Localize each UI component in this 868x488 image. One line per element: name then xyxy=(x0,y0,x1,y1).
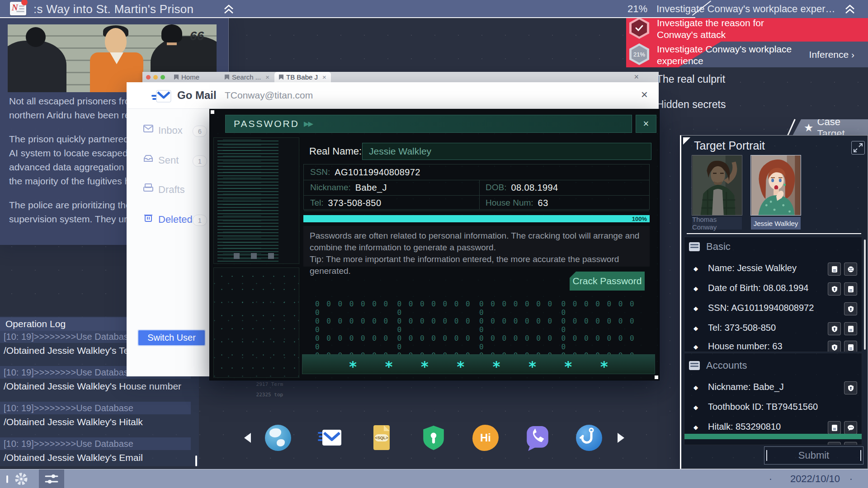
real-name-label: Real Name: xyxy=(309,145,362,157)
browser-zoom-light[interactable] xyxy=(160,75,165,80)
password-title-bar[interactable]: PASSWORD ▶▶ xyxy=(225,115,632,133)
task-locked-row: The real culprit xyxy=(656,73,725,85)
password-candidates-grid: 0 0 0 0 0 0 0 00 0 0 0 0 0 0 00 0 0 0 0 … xyxy=(303,297,655,349)
document-icon[interactable] xyxy=(844,282,857,296)
panel-corner-mark xyxy=(683,137,690,145)
task-locked-row: Hidden secrets xyxy=(656,99,726,111)
document-icon[interactable] xyxy=(828,263,841,276)
crack-progress-bar: 100% xyxy=(303,215,650,222)
submit-button[interactable]: Submit xyxy=(764,446,863,465)
case-target-header: ★ Case Target xyxy=(792,119,868,136)
tab-close-icon[interactable]: × xyxy=(265,73,269,81)
sql-database-app-icon[interactable]: <SQL> xyxy=(368,425,395,451)
switch-user-button[interactable]: Switch User xyxy=(138,330,205,345)
tab-close-icon[interactable]: × xyxy=(322,73,326,81)
binary-rain-panel xyxy=(213,267,299,378)
shield-lock-icon[interactable] xyxy=(828,322,841,335)
folder-drafts[interactable]: Drafts xyxy=(127,181,209,199)
taskbar: · 2022/10/10 · xyxy=(0,469,868,488)
shield-lock-icon[interactable] xyxy=(844,381,857,394)
portrait-name-jessie: Jessie Walkley xyxy=(751,217,801,230)
gomail-header: Go Mail TConway@titan.com × xyxy=(127,82,659,109)
dock-prev-arrow-icon[interactable] xyxy=(244,433,251,443)
tab-tb-babe-j[interactable]: TB Babe J × xyxy=(274,72,331,82)
bookmark-icon xyxy=(225,75,229,80)
log-entry-meta: [10: 19]>>>>>>>>Use Database xyxy=(0,402,191,414)
document-icon[interactable] xyxy=(844,322,857,335)
shield-lock-icon[interactable] xyxy=(844,302,857,315)
task-complete-hex-icon xyxy=(629,17,649,39)
prisoner-figure xyxy=(105,28,127,54)
collapse-tasks-icon[interactable] xyxy=(844,4,856,15)
task-completed-row[interactable]: Investigate the reason for Conway's atta… xyxy=(626,15,868,42)
document-icon[interactable] xyxy=(844,341,857,352)
portrait-jessie-walkley[interactable] xyxy=(751,155,801,215)
tab-search[interactable]: Search ... × xyxy=(220,72,274,82)
deleted-count-badge: 1 xyxy=(193,215,207,226)
dock-next-arrow-icon[interactable] xyxy=(618,433,624,443)
gomail-app-name: Go Mail xyxy=(177,89,217,102)
browser-app-icon[interactable] xyxy=(265,425,291,451)
accounts-section-header: Accounts xyxy=(689,360,747,371)
collapse-news-icon[interactable] xyxy=(222,4,235,15)
real-name-input[interactable] xyxy=(362,143,651,160)
password-close-button[interactable]: × xyxy=(636,115,656,133)
id-card-icon xyxy=(689,242,700,251)
sql-icon-label: <SQL> xyxy=(375,434,388,441)
info-row-nickname: ◆ Nickname: Babe_J xyxy=(684,381,862,394)
info-row-toothbook: ◆ Toothbook ID: TB79451560 xyxy=(684,401,862,414)
shield-lock-icon[interactable] xyxy=(828,282,841,296)
folder-deleted[interactable]: Deleted 1 xyxy=(127,211,209,229)
password-shield-app-icon[interactable] xyxy=(420,425,447,451)
task-progress-percent: 21% xyxy=(627,3,647,15)
globe-icon[interactable] xyxy=(844,263,857,276)
table-row: SSN: AG10119940808972 xyxy=(304,164,649,180)
target-portrait-title: Target Portrait xyxy=(694,139,765,152)
info-row-tel: ◆ Tel: 373-508-850 xyxy=(684,322,862,335)
gomail-close-button[interactable]: × xyxy=(641,88,648,102)
bookmark-icon xyxy=(279,75,283,80)
folder-sent[interactable]: Sent 1 xyxy=(127,152,209,170)
panel-scrollbar[interactable] xyxy=(864,239,866,350)
portrait-name-thomas: Thomas Conway xyxy=(692,217,742,230)
notebook-pencil-icon xyxy=(689,361,700,370)
phone-chat-app-icon[interactable] xyxy=(524,425,551,451)
settings-gear-icon[interactable] xyxy=(14,471,29,487)
height-chart-number: 66 xyxy=(190,29,204,43)
portrait-thomas-conway[interactable] xyxy=(692,155,742,215)
info-row-dob: ◆ Date of Birth: 08.08.1994 xyxy=(684,282,862,295)
chat-bubble-icon[interactable] xyxy=(844,421,857,434)
operation-log-toggle-icon[interactable] xyxy=(39,469,64,488)
task-current-row[interactable]: 21% Investigate Conway's workplace exper… xyxy=(626,42,868,67)
window-resize-handle[interactable] xyxy=(211,110,214,114)
inbox-count-badge: 6 xyxy=(193,126,207,137)
sent-tray-icon xyxy=(143,154,154,163)
window-resize-handle[interactable] xyxy=(655,375,658,379)
bookmark-icon xyxy=(174,75,179,80)
case-target-panel: Target Portrait xyxy=(680,135,868,469)
log-scrollbar[interactable] xyxy=(195,455,197,466)
info-row-name: ◆ Name: Jessie Walkley xyxy=(684,263,862,275)
gomail-app-icon[interactable] xyxy=(317,425,343,451)
cracker-description: Passwords are often related to personal … xyxy=(303,226,650,267)
desktop: PhysMem: 81 VM: 1034G vs ==> Processi ==… xyxy=(0,0,868,488)
browser-minimize-light[interactable] xyxy=(153,75,158,80)
inference-link[interactable]: Inference › xyxy=(809,49,854,60)
hitalk-app-icon[interactable]: Hi xyxy=(472,425,499,451)
browser-close-button[interactable]: × xyxy=(634,72,639,82)
tab-home[interactable]: Home xyxy=(170,72,204,82)
gomail-account-email: TConway@titan.com xyxy=(225,90,313,101)
panel-collapse-icon[interactable] xyxy=(851,141,865,155)
basic-section-header: Basic xyxy=(689,241,731,253)
inbox-envelope-icon xyxy=(143,124,154,133)
shield-lock-icon[interactable] xyxy=(828,341,841,352)
title-arrows-icon: ▶▶ xyxy=(304,120,312,128)
browser-close-light[interactable] xyxy=(146,75,151,80)
document-icon[interactable] xyxy=(828,421,841,434)
log-entry-text: /Obtained Jessie Walkley's House number xyxy=(4,381,181,392)
password-title: PASSWORD xyxy=(234,118,299,129)
folder-inbox[interactable]: Inbox 6 xyxy=(127,122,209,140)
crack-password-button[interactable]: Crack Password xyxy=(570,272,645,291)
hook-app-icon[interactable] xyxy=(576,425,602,451)
system-date: 2022/10/10 xyxy=(790,473,840,485)
